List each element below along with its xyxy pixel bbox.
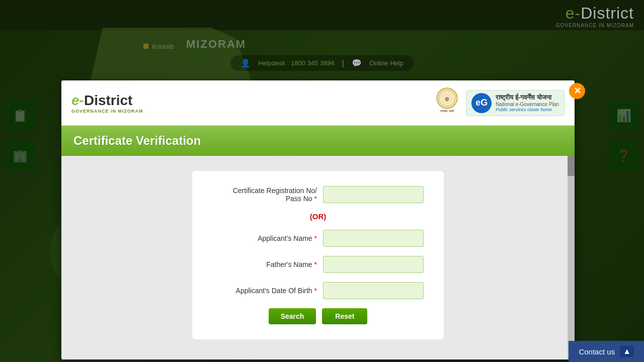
form-buttons: Search Reset	[212, 308, 424, 324]
scrollbar-thumb[interactable]	[568, 156, 575, 176]
modal-logo-text: e-District	[71, 93, 143, 109]
cert-reg-label-text: Certificate Registration No/	[233, 187, 317, 195]
certificate-verification-modal: e-District GOVERNANCE IN MIZORAM 🦁 सत्यम…	[61, 80, 575, 359]
modal-header: e-District GOVERNANCE IN MIZORAM 🦁 सत्यम…	[61, 80, 575, 126]
applicant-name-label-text: Applicant's Name	[258, 234, 312, 242]
modal-close-button[interactable]: ✕	[569, 83, 585, 99]
modal-logo-left: e-District GOVERNANCE IN MIZORAM	[71, 93, 143, 114]
gov-emblem: 🦁 सत्यमेव जयते	[433, 86, 461, 119]
negp-tagline: Public services closer home	[496, 107, 559, 112]
modal-body: Certificate Registration No/ Pass No * (…	[61, 156, 575, 359]
pass-no-label-text: Pass No	[286, 195, 312, 203]
search-button[interactable]: Search	[269, 308, 316, 324]
contact-label: Contact us	[579, 347, 615, 356]
modal-logo-right: 🦁 सत्यमेव जयते eG राष्ट्रीय ई-गवर्नेंस य…	[433, 86, 565, 119]
father-name-row: Father's Name *	[212, 256, 424, 273]
modal-logo: e-District GOVERNANCE IN MIZORAM	[71, 93, 143, 114]
scrollbar[interactable]	[568, 156, 575, 359]
dob-label: Applicant's Date Of Birth *	[212, 287, 323, 295]
contact-arrow-button[interactable]: ▲	[620, 346, 634, 357]
negp-subtitle: National e-Governance Plan	[496, 102, 559, 107]
negp-text: राष्ट्रीय ई-गवर्नेंस योजना National e-Go…	[496, 94, 559, 112]
applicant-name-row: Applicant's Name *	[212, 230, 424, 247]
modal-title-bar: Certificate Verification	[61, 126, 575, 156]
father-name-input[interactable]	[323, 256, 424, 273]
negp-title: राष्ट्रीय ई-गवर्नेंस योजना	[496, 94, 559, 102]
or-divider: (OR)	[212, 212, 424, 221]
applicant-name-label: Applicant's Name *	[212, 234, 323, 242]
svg-text:🦁: 🦁	[445, 97, 450, 102]
modal-title: Certificate Verification	[73, 134, 562, 148]
cert-reg-row: Certificate Registration No/ Pass No *	[212, 186, 424, 203]
father-name-required: *	[314, 260, 317, 268]
cert-reg-required: *	[314, 195, 317, 203]
form-container: Certificate Registration No/ Pass No * (…	[192, 171, 444, 339]
cert-reg-input[interactable]	[323, 186, 424, 203]
father-name-label-text: Father's Name	[266, 260, 312, 268]
negp-icon: eG	[471, 93, 492, 113]
reset-button[interactable]: Reset	[322, 308, 367, 324]
modal-logo-e: e-	[71, 93, 84, 108]
or-label: (OR)	[310, 212, 327, 221]
applicant-name-required: *	[314, 234, 317, 242]
negp-logo: eG राष्ट्रीय ई-गवर्नेंस योजना National e…	[466, 90, 565, 116]
modal-governance: GOVERNANCE IN MIZORAM	[71, 109, 143, 114]
dob-required: *	[314, 287, 317, 295]
cert-reg-label: Certificate Registration No/ Pass No *	[212, 187, 323, 203]
applicant-name-input[interactable]	[323, 230, 424, 247]
father-name-label: Father's Name *	[212, 260, 323, 268]
dob-row: Applicant's Date Of Birth *	[212, 282, 424, 299]
svg-text:सत्यमेव जयते: सत्यमेव जयते	[440, 109, 455, 113]
dob-label-text: Applicant's Date Of Birth	[236, 287, 312, 295]
modal-logo-district: District	[84, 93, 132, 108]
contact-bar: Contact us ▲	[569, 341, 644, 362]
dob-input[interactable]	[323, 282, 424, 299]
